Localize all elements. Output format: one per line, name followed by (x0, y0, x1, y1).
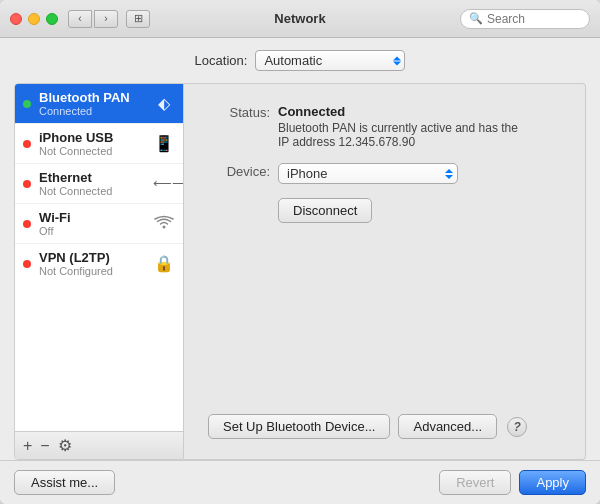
location-select-wrapper: Automatic (255, 50, 405, 71)
vpn-status: Not Configured (39, 265, 145, 277)
location-select[interactable]: Automatic (255, 50, 405, 71)
forward-button[interactable]: › (94, 10, 118, 28)
disconnect-spacer (208, 198, 278, 199)
wifi-icon (153, 215, 175, 233)
help-button[interactable]: ? (507, 417, 527, 437)
disconnect-button[interactable]: Disconnect (278, 198, 372, 223)
wifi-status: Off (39, 225, 145, 237)
ethernet-text: Ethernet Not Connected (39, 170, 145, 197)
back-button[interactable]: ‹ (68, 10, 92, 28)
titlebar: ‹ › ⊞ Network 🔍 (0, 0, 600, 38)
revert-button[interactable]: Revert (439, 470, 511, 495)
nav-buttons: ‹ › (68, 10, 118, 28)
status-row: Status: Connected Bluetooth PAN is curre… (208, 104, 561, 149)
device-row: Device: iPhone (208, 163, 561, 184)
apply-button[interactable]: Apply (519, 470, 586, 495)
sidebar-toolbar: + − ⚙ (15, 431, 183, 459)
grid-button[interactable]: ⊞ (126, 10, 150, 28)
wifi-text: Wi-Fi Off (39, 210, 145, 237)
iphone-usb-text: iPhone USB Not Connected (39, 130, 145, 157)
search-input[interactable] (487, 12, 581, 26)
device-label: Device: (208, 163, 278, 179)
traffic-lights (10, 13, 58, 25)
setup-bluetooth-button[interactable]: Set Up Bluetooth Device... (208, 414, 390, 439)
status-description: Bluetooth PAN is currently active and ha… (278, 121, 518, 149)
status-dot-ethernet (23, 180, 31, 188)
sidebar-item-wifi[interactable]: Wi-Fi Off (15, 204, 183, 244)
main-panel: Bluetooth PAN Connected ⬖ iPhone USB Not… (14, 83, 586, 460)
iphone-usb-name: iPhone USB (39, 130, 145, 145)
window-footer: Assist me... Revert Apply (0, 460, 600, 504)
bluetooth-pan-name: Bluetooth PAN (39, 90, 145, 105)
iphone-icon: 📱 (153, 134, 175, 153)
ethernet-icon: ⟵⟶ (153, 176, 175, 191)
vpn-text: VPN (L2TP) Not Configured (39, 250, 145, 277)
location-label: Location: (195, 53, 248, 68)
sidebar-item-bluetooth-pan[interactable]: Bluetooth PAN Connected ⬖ (15, 84, 183, 124)
sidebar: Bluetooth PAN Connected ⬖ iPhone USB Not… (14, 83, 184, 460)
iphone-usb-status: Not Connected (39, 145, 145, 157)
network-preferences-window: ‹ › ⊞ Network 🔍 Location: Automatic (0, 0, 600, 504)
status-block: Connected Bluetooth PAN is currently act… (278, 104, 518, 149)
status-dot-wifi (23, 220, 31, 228)
detail-bottom-buttons: Set Up Bluetooth Device... Advanced... ? (208, 414, 561, 439)
vpn-icon: 🔒 (153, 254, 175, 273)
detail-panel: Status: Connected Bluetooth PAN is curre… (184, 83, 586, 460)
ethernet-status: Not Connected (39, 185, 145, 197)
remove-network-button[interactable]: − (36, 435, 53, 457)
disconnect-row: Disconnect (208, 198, 561, 223)
add-network-button[interactable]: + (19, 435, 36, 457)
status-dot-bluetooth (23, 100, 31, 108)
close-button[interactable] (10, 13, 22, 25)
status-label: Status: (208, 104, 278, 120)
ethernet-name: Ethernet (39, 170, 145, 185)
sidebar-items-list: Bluetooth PAN Connected ⬖ iPhone USB Not… (15, 84, 183, 431)
bluetooth-pan-text: Bluetooth PAN Connected (39, 90, 145, 117)
search-icon: 🔍 (469, 12, 483, 25)
sidebar-item-vpn[interactable]: VPN (L2TP) Not Configured 🔒 (15, 244, 183, 283)
svg-point-0 (163, 225, 166, 228)
detail-spacer (208, 237, 561, 404)
search-bar[interactable]: 🔍 (460, 9, 590, 29)
sidebar-item-ethernet[interactable]: Ethernet Not Connected ⟵⟶ (15, 164, 183, 204)
content-area: Location: Automatic (0, 38, 600, 460)
device-select-wrapper: iPhone (278, 163, 458, 184)
wifi-name: Wi-Fi (39, 210, 145, 225)
location-row: Location: Automatic (14, 50, 586, 71)
minimize-button[interactable] (28, 13, 40, 25)
assist-me-button[interactable]: Assist me... (14, 470, 115, 495)
status-value: Connected (278, 104, 518, 119)
bluetooth-pan-status: Connected (39, 105, 145, 117)
maximize-button[interactable] (46, 13, 58, 25)
status-dot-vpn (23, 260, 31, 268)
network-settings-button[interactable]: ⚙ (54, 434, 76, 457)
vpn-name: VPN (L2TP) (39, 250, 145, 265)
status-dot-iphone-usb (23, 140, 31, 148)
window-title: Network (274, 11, 325, 26)
device-select[interactable]: iPhone (278, 163, 458, 184)
bluetooth-icon: ⬖ (153, 94, 175, 113)
sidebar-item-iphone-usb[interactable]: iPhone USB Not Connected 📱 (15, 124, 183, 164)
advanced-button[interactable]: Advanced... (398, 414, 497, 439)
